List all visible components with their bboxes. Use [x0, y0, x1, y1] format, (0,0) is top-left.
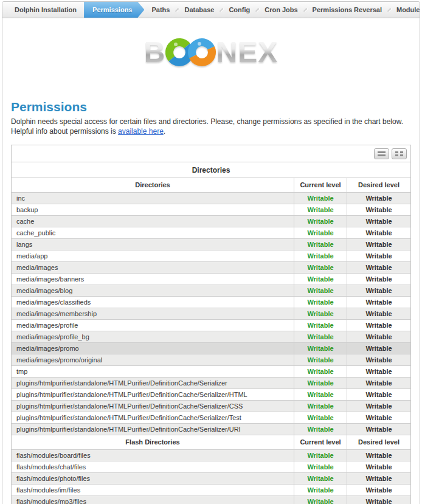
current-level-value: Writable — [294, 378, 347, 388]
table-header-row: DirectoriesCurrent levelDesired level — [12, 178, 410, 193]
desired-level-value: Writable — [347, 239, 410, 250]
column-header: Flash Directories — [12, 435, 294, 449]
table-row: flash/modules/chat/filesWritableWritable — [12, 461, 410, 473]
nav-step-modules[interactable]: Modules — [390, 2, 420, 18]
desired-level-value: Writable — [347, 274, 410, 285]
directory-path: media/images/profile_bg — [12, 331, 294, 342]
current-level-value: Writable — [294, 193, 347, 204]
table-row: media/appWritableWritable — [12, 250, 410, 262]
current-level-value: Writable — [294, 424, 347, 435]
column-header: Desired level — [347, 435, 410, 449]
current-level-value: Writable — [294, 461, 347, 472]
table-row: media/imagesWritableWritable — [12, 262, 410, 274]
table-row: plugins/htmlpurifier/standalone/HTMLPuri… — [12, 389, 410, 401]
table-row: media/images/promoWritableWritable — [12, 343, 410, 354]
column-header: Current level — [294, 435, 347, 449]
grid-view-icon — [395, 151, 403, 156]
table-row: media/images/blogWritableWritable — [12, 285, 410, 297]
directory-path: media/images — [12, 262, 294, 273]
table-section-title: Directories — [12, 162, 410, 178]
table-row: cache_publicWritableWritable — [12, 227, 410, 239]
current-level-value: Writable — [294, 285, 347, 296]
current-level-value: Writable — [294, 216, 347, 227]
current-level-value: Writable — [294, 354, 347, 365]
table-toolbar — [12, 145, 410, 162]
desired-level-value: Writable — [347, 461, 410, 472]
directory-path: flash/modules/photo/files — [12, 473, 294, 484]
desired-level-value: Writable — [347, 401, 410, 412]
directory-path: flash/modules/mp3/files — [12, 496, 294, 504]
desired-level-value: Writable — [347, 285, 410, 296]
column-header: Current level — [294, 178, 347, 192]
table-row: media/images/promo/originalWritableWrita… — [12, 354, 410, 366]
current-level-value: Writable — [294, 389, 347, 400]
desired-level-value: Writable — [347, 227, 410, 238]
current-level-value: Writable — [294, 274, 347, 285]
intro-text: Dolphin needs special access for certain… — [11, 117, 405, 136]
table-row: plugins/htmlpurifier/standalone/HTMLPuri… — [12, 424, 410, 435]
list-view-button[interactable] — [374, 148, 389, 159]
boonex-logo: B NEX — [2, 35, 420, 69]
current-level-value: Writable — [294, 331, 347, 342]
nav-step-cron-jobs[interactable]: Cron Jobs — [258, 2, 303, 18]
current-level-value: Writable — [294, 250, 347, 261]
table-body: DirectoriesCurrent levelDesired levelinc… — [12, 178, 410, 504]
table-row: flash/modules/mp3/filesWritableWritable — [12, 496, 410, 504]
current-level-value: Writable — [294, 262, 347, 273]
nav-step-permissions[interactable]: Permissions — [84, 2, 144, 18]
desired-level-value: Writable — [347, 331, 410, 342]
current-level-value: Writable — [294, 401, 347, 412]
nav-step-database[interactable]: Database — [178, 2, 220, 18]
table-row: cacheWritableWritable — [12, 216, 410, 227]
permissions-table: Directories DirectoriesCurrent levelDesi… — [11, 145, 411, 504]
directory-path: langs — [12, 239, 294, 250]
table-row: media/images/profileWritableWritable — [12, 320, 410, 331]
directory-path: plugins/htmlpurifier/standalone/HTMLPuri… — [12, 378, 294, 388]
directory-path: inc — [12, 193, 294, 204]
nav-step-paths[interactable]: Paths — [145, 2, 176, 18]
directory-path: media/images/promo/original — [12, 354, 294, 365]
directory-path: media/images/membership — [12, 308, 294, 319]
available-here-link[interactable]: available here — [118, 127, 164, 136]
desired-level-value: Writable — [347, 485, 410, 495]
column-header: Desired level — [347, 178, 410, 192]
desired-level-value: Writable — [347, 297, 410, 308]
directory-path: plugins/htmlpurifier/standalone/HTMLPuri… — [12, 412, 294, 423]
desired-level-value: Writable — [347, 354, 410, 365]
directory-path: media/images/promo — [12, 343, 294, 354]
logo-letters-nex: NEX — [216, 36, 278, 68]
nav-step-config[interactable]: Config — [223, 2, 256, 18]
desired-level-value: Writable — [347, 250, 410, 261]
directory-path: plugins/htmlpurifier/standalone/HTMLPuri… — [12, 401, 294, 412]
desired-level-value: Writable — [347, 216, 410, 227]
nav-step-dolphin-installation[interactable]: Dolphin Installation — [9, 2, 83, 18]
page-container: Dolphin InstallationPermissionsPathsData… — [2, 1, 420, 504]
current-level-value: Writable — [294, 343, 347, 354]
directory-path: plugins/htmlpurifier/standalone/HTMLPuri… — [12, 424, 294, 435]
table-row: plugins/htmlpurifier/standalone/HTMLPuri… — [12, 378, 410, 389]
nav-step-permissions-reversal[interactable]: Permissions Reversal — [306, 2, 388, 18]
grid-view-button[interactable] — [392, 148, 407, 159]
table-row: backupWritableWritable — [12, 204, 410, 216]
desired-level-value: Writable — [347, 496, 410, 504]
directory-path: cache — [12, 216, 294, 227]
current-level-value: Writable — [294, 366, 347, 377]
desired-level-value: Writable — [347, 193, 410, 204]
table-row: media/images/bannersWritableWritable — [12, 274, 410, 285]
desired-level-value: Writable — [347, 366, 410, 377]
desired-level-value: Writable — [347, 412, 410, 423]
desired-level-value: Writable — [347, 262, 410, 273]
logo-o-blue-orange-icon — [186, 36, 218, 68]
table-row: media/images/classifiedsWritableWritable — [12, 297, 410, 308]
desired-level-value: Writable — [347, 389, 410, 400]
desired-level-value: Writable — [347, 308, 410, 319]
current-level-value: Writable — [294, 320, 347, 331]
current-level-value: Writable — [294, 496, 347, 504]
logo-letter-b: B — [144, 36, 166, 68]
directory-path: flash/modules/board/files — [12, 450, 294, 461]
directory-path: plugins/htmlpurifier/standalone/HTMLPuri… — [12, 389, 294, 400]
current-level-value: Writable — [294, 239, 347, 250]
directory-path: media/images/blog — [12, 285, 294, 296]
page-title: Permissions — [11, 100, 411, 114]
current-level-value: Writable — [294, 308, 347, 319]
